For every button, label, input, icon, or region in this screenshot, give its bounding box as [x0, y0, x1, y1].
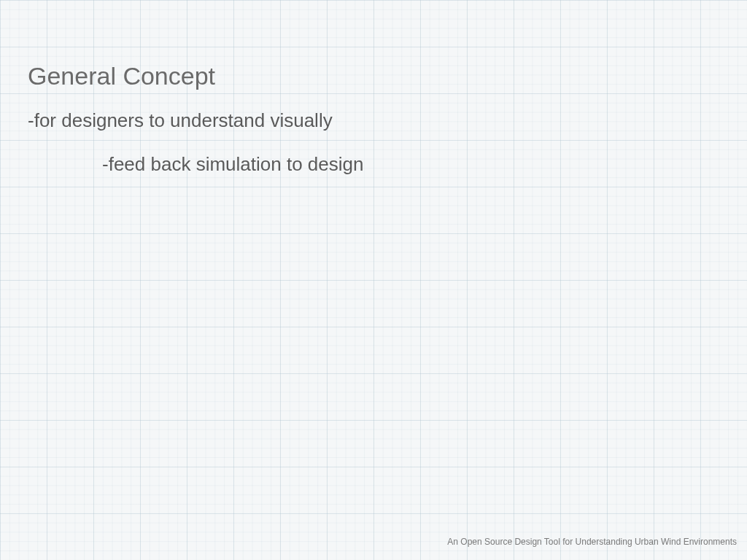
slide-title: General Concept — [28, 62, 215, 90]
bullet-point-2: -feed back simulation to design — [102, 153, 363, 176]
slide-footer-text: An Open Source Design Tool for Understan… — [447, 537, 737, 547]
bullet-point-1: -for designers to understand visually — [28, 109, 333, 132]
